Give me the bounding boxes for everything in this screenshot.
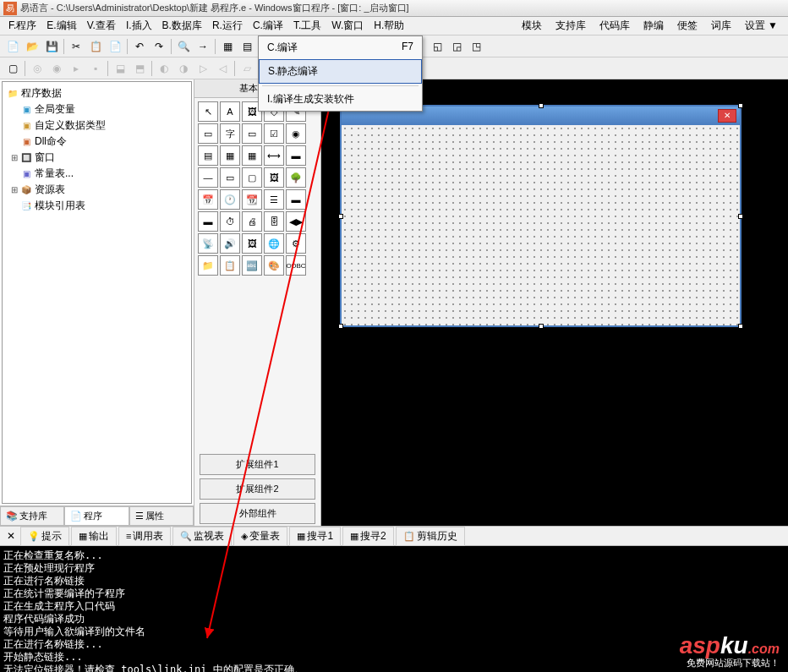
menu-window[interactable]: W.窗口 xyxy=(326,17,369,35)
menu-tools[interactable]: T.工具 xyxy=(288,17,326,35)
toolbar-tool[interactable]: ▬ xyxy=(286,189,306,210)
cut-button[interactable]: ✂ xyxy=(67,37,85,56)
open-button[interactable]: 📂 xyxy=(23,37,41,56)
expand-icon[interactable]: ⊞ xyxy=(9,185,19,194)
menu-tool[interactable]: ☰ xyxy=(264,189,284,210)
find-button[interactable]: 🔍 xyxy=(174,37,193,56)
close-panel-icon[interactable]: ✕ xyxy=(3,530,19,542)
tab-program[interactable]: 📄程序 xyxy=(64,506,129,526)
menu-edit[interactable]: E.编辑 xyxy=(41,17,81,35)
sound-tool[interactable]: 🔊 xyxy=(220,233,240,254)
pointer-tool[interactable]: ↖ xyxy=(198,101,218,122)
copy-button[interactable]: 📋 xyxy=(86,37,105,56)
print-tool[interactable]: 🖨 xyxy=(242,211,262,232)
save-button[interactable]: 💾 xyxy=(42,37,61,56)
redo-button[interactable]: ↷ xyxy=(150,37,168,56)
tree-resource[interactable]: 资源表 xyxy=(35,183,65,197)
time-tool[interactable]: 🕐 xyxy=(220,189,240,210)
tb2-4[interactable]: ▸ xyxy=(67,59,85,78)
menu-insert[interactable]: I.插入 xyxy=(121,17,157,35)
menu-run[interactable]: R.运行 xyxy=(207,17,248,35)
new-button[interactable]: 📄 xyxy=(3,37,22,56)
tb-btn-13[interactable]: ◳ xyxy=(467,37,485,56)
tree-root[interactable]: 程序数据 xyxy=(21,86,62,101)
font-tool[interactable]: 🔤 xyxy=(242,255,262,276)
tree-window[interactable]: 窗口 xyxy=(35,150,55,165)
menu-static-compile[interactable]: S.静态编译 xyxy=(259,59,422,84)
db-tool[interactable]: 🗄 xyxy=(264,211,284,232)
tab-hint[interactable]: 💡提示 xyxy=(20,527,69,546)
text-tool[interactable]: 字 xyxy=(220,123,240,144)
menu-view[interactable]: V.查看 xyxy=(82,17,121,35)
tb2-6[interactable]: ⬓ xyxy=(111,59,129,78)
slider-tool[interactable]: — xyxy=(198,167,218,188)
tab-watch[interactable]: 🔍监视表 xyxy=(172,527,232,546)
tab-output[interactable]: ▦输出 xyxy=(71,527,117,546)
tree-module[interactable]: 模块引用表 xyxy=(35,199,85,213)
tb2-9[interactable]: ◑ xyxy=(174,59,193,78)
menu-static[interactable]: 静编 xyxy=(637,17,670,35)
nav-tool[interactable]: ◀▶ xyxy=(286,211,306,232)
menu-module[interactable]: 模块 xyxy=(515,17,549,35)
progress-tool[interactable]: ▬ xyxy=(286,145,306,166)
group-tool[interactable]: ▭ xyxy=(198,123,218,144)
tb-btn-11[interactable]: ◱ xyxy=(428,37,446,56)
tab-vars[interactable]: ◈变量表 xyxy=(233,527,287,546)
tb2-5[interactable]: ▪ xyxy=(86,59,105,78)
menu-lib[interactable]: 支持库 xyxy=(549,17,593,35)
tb-btn-1[interactable]: ▦ xyxy=(218,37,237,56)
tab-clip[interactable]: 📋剪辑历史 xyxy=(396,527,465,546)
image-tool[interactable]: 🖼 xyxy=(264,167,284,188)
tb2-11[interactable]: ◁ xyxy=(213,59,232,78)
menu-codelib[interactable]: 代码库 xyxy=(593,17,637,35)
menu-compile-item[interactable]: C.编译F7 xyxy=(259,36,422,59)
output-console[interactable]: 正在检查重复名称... 正在预处理现行程序 正在进行名称链接 正在统计需要编译的… xyxy=(0,546,788,672)
tree-dll[interactable]: Dll命令 xyxy=(35,134,67,149)
menu-compile[interactable]: C.编译 xyxy=(248,17,288,35)
radio-tool[interactable]: ◉ xyxy=(286,123,306,144)
tb2-1[interactable]: ▢ xyxy=(3,59,22,78)
tab-tool[interactable]: ▭ xyxy=(220,167,240,188)
tb-btn-12[interactable]: ◲ xyxy=(447,37,466,56)
tab-find2[interactable]: ▦搜寻2 xyxy=(342,527,394,546)
menu-build-installer[interactable]: I.编译生成安装软件 xyxy=(259,88,422,111)
tb-btn-2[interactable]: ▤ xyxy=(238,37,256,56)
ext-components-1[interactable]: 扩展组件1 xyxy=(200,454,315,475)
undo-button[interactable]: ↶ xyxy=(130,37,149,56)
form-window[interactable]: ✕ xyxy=(340,105,741,327)
menu-settings[interactable]: 设置 ▼ xyxy=(738,17,785,35)
goto-button[interactable]: → xyxy=(194,37,212,56)
tree-tool[interactable]: 🌳 xyxy=(286,167,306,188)
tb2-2[interactable]: ◎ xyxy=(28,59,47,78)
list-tool[interactable]: ▤ xyxy=(198,145,218,166)
close-icon[interactable]: ✕ xyxy=(718,109,736,123)
menu-program[interactable]: F.程序 xyxy=(3,17,41,35)
timer-tool[interactable]: ⏱ xyxy=(220,211,240,232)
project-tree[interactable]: 📁程序数据 ▣全局变量 ▣自定义数据类型 ▣Dll命令 ⊞🔲窗口 ▣常量表...… xyxy=(2,81,192,504)
expand-icon[interactable]: ⊞ xyxy=(9,153,19,162)
combo-tool[interactable]: ▦ xyxy=(220,145,240,166)
button-tool[interactable]: ▭ xyxy=(242,123,262,144)
ext-components-2[interactable]: 扩展组件2 xyxy=(200,478,315,500)
tab-props[interactable]: ☰属性 xyxy=(129,506,194,526)
tb2-12[interactable]: ▱ xyxy=(238,59,256,78)
grid-tool[interactable]: ▦ xyxy=(242,145,262,166)
label-tool[interactable]: A xyxy=(220,101,240,122)
paste-button[interactable]: 📄 xyxy=(106,37,124,56)
tb2-10[interactable]: ▷ xyxy=(194,59,212,78)
menu-help[interactable]: H.帮助 xyxy=(369,17,409,35)
tree-types[interactable]: 自定义数据类型 xyxy=(35,118,106,133)
comm-tool[interactable]: 📡 xyxy=(198,233,218,254)
tab-support[interactable]: 📚支持库 xyxy=(0,506,64,526)
status-tool[interactable]: ▬ xyxy=(198,211,218,232)
tb2-8[interactable]: ◐ xyxy=(155,59,173,78)
odbc-tool[interactable]: ODBC xyxy=(286,255,306,276)
frame-tool[interactable]: ▢ xyxy=(242,167,262,188)
clip-tool[interactable]: 📋 xyxy=(220,255,240,276)
menu-note[interactable]: 便签 xyxy=(670,17,704,35)
net-tool[interactable]: 🌐 xyxy=(264,233,284,254)
dll-tool[interactable]: ⚙ xyxy=(286,233,306,254)
menu-database[interactable]: B.数据库 xyxy=(157,17,207,35)
check-tool[interactable]: ☑ xyxy=(264,123,284,144)
tab-calltable[interactable]: ≡调用表 xyxy=(118,527,171,546)
